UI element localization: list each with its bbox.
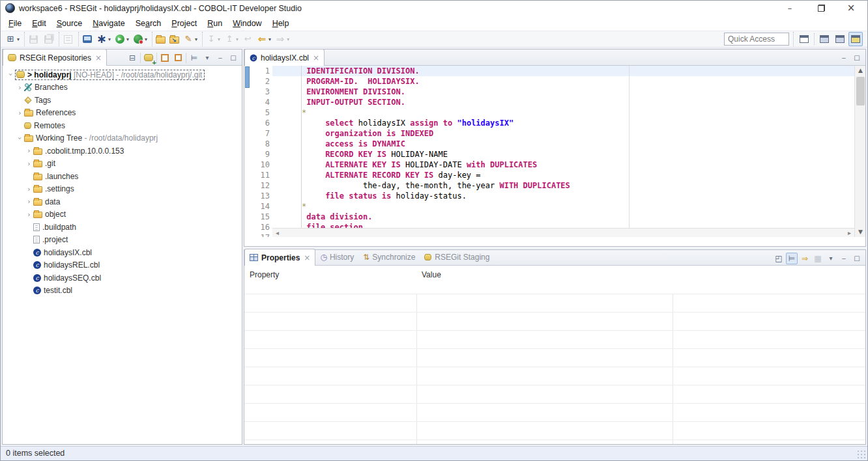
tree-item--project[interactable]: .project — [3, 234, 242, 247]
vertical-scroll-thumb[interactable] — [856, 77, 865, 105]
tab-history[interactable]: ◷History — [315, 249, 358, 265]
scroll-up-arrow[interactable]: ▲ — [855, 66, 865, 76]
forward-history-button[interactable]: ⇒▾ — [274, 32, 291, 46]
properties-table[interactable]: Property Value — [244, 266, 865, 444]
open-copybook-button[interactable] — [168, 32, 181, 46]
create-repository-icon[interactable] — [172, 52, 184, 64]
view-menu-icon[interactable]: ▾ — [201, 52, 213, 64]
coverage-button[interactable]: ▾ — [132, 32, 149, 46]
expander-icon[interactable]: › — [25, 147, 33, 155]
open-console-button[interactable] — [81, 32, 94, 46]
window-minimize-button[interactable]: – — [775, 1, 805, 16]
resize-grip[interactable] — [857, 450, 866, 459]
window-close-button[interactable]: × — [836, 1, 866, 16]
repositories-tree[interactable]: ›> holidayprj [NO-HEAD] - /root/data/hol… — [3, 66, 242, 444]
menu-file[interactable]: File — [3, 16, 27, 31]
close-tab-icon[interactable]: × — [313, 54, 319, 62]
close-tab-icon[interactable]: × — [95, 54, 102, 62]
tree-item-tags[interactable]: Tags — [3, 94, 242, 107]
last-edit-location-button[interactable]: ↩ — [241, 32, 254, 46]
scroll-down-arrow[interactable]: ▼ — [855, 227, 865, 237]
expander-icon[interactable]: › — [25, 210, 33, 219]
dropdown-arrow-icon[interactable]: ▾ — [218, 36, 220, 42]
quick-access-input[interactable] — [724, 33, 789, 46]
dropdown-arrow-icon[interactable]: ▾ — [108, 36, 111, 42]
tab-synchronize[interactable]: ⇅Synchronize — [358, 249, 420, 265]
pin-view-icon[interactable]: ◰ — [773, 253, 785, 264]
format-source-button[interactable]: ✎▾ — [182, 32, 199, 46]
tree-item-holidaysix-cbl[interactable]: cholidaysIX.cbl — [3, 246, 242, 259]
tree-item-branches[interactable]: ›Branches — [3, 81, 242, 94]
tree-item--cobolit-tmp-10-0-0-153[interactable]: ›.cobolit.tmp.10.0.0.153 — [3, 145, 242, 158]
dropdown-arrow-icon[interactable]: ▾ — [126, 36, 129, 42]
menu-source[interactable]: Source — [51, 16, 88, 31]
dropdown-arrow-icon[interactable]: ▾ — [195, 36, 197, 42]
perspective-rsegit-button[interactable] — [848, 32, 863, 46]
menu-help[interactable]: Help — [267, 16, 295, 31]
clone-repository-icon[interactable] — [159, 52, 171, 64]
save-all-button[interactable] — [42, 32, 55, 46]
open-perspective-button[interactable] — [797, 32, 811, 46]
tree-item-testit-cbl[interactable]: ctestit.cbl — [3, 285, 242, 298]
line-number-ruler[interactable]: 1234567891011121314151617 — [250, 66, 272, 237]
view-menu-icon[interactable]: ▾ — [825, 253, 837, 264]
dropdown-arrow-icon[interactable]: ▾ — [268, 36, 271, 42]
menu-project[interactable]: Project — [166, 16, 202, 31]
dropdown-arrow-icon[interactable]: ▾ — [17, 36, 20, 42]
dropdown-arrow-icon[interactable]: ▾ — [236, 36, 239, 42]
tree-item-holidayprj[interactable]: ›> holidayprj [NO-HEAD] - /root/data/hol… — [3, 68, 242, 81]
horizontal-scrollbar[interactable]: ◂ ▸ — [272, 228, 854, 237]
expander-icon[interactable]: › — [7, 70, 15, 79]
maximize-icon[interactable]: □ — [227, 52, 239, 64]
tab-properties[interactable]: Properties× — [244, 249, 315, 266]
menu-search[interactable]: Search — [130, 16, 167, 31]
tree-item-holidaysseq-cbl[interactable]: cholidaysSEQ.cbl — [3, 272, 242, 285]
expander-icon[interactable]: › — [25, 197, 33, 206]
menu-run[interactable]: Run — [202, 16, 227, 31]
tab-holidaysix-editor[interactable]: c holidaysIX.cbl × — [244, 49, 325, 66]
tree-item--launches[interactable]: .launches — [3, 170, 242, 183]
back-history-button[interactable]: ⇐▾ — [255, 32, 272, 46]
expander-icon[interactable]: › — [25, 160, 33, 168]
tree-item-references[interactable]: ›References — [3, 107, 242, 120]
tree-item-working-tree[interactable]: ›Working Tree - /root/data/holidayprj — [3, 132, 242, 145]
expander-icon[interactable]: › — [16, 134, 24, 143]
debug-button[interactable]: ∗▾ — [95, 32, 112, 46]
menu-edit[interactable]: Edit — [27, 16, 51, 31]
new-wizard-button[interactable]: ⊞▾ — [4, 32, 21, 46]
add-repository-icon[interactable] — [143, 52, 154, 64]
expander-icon[interactable]: › — [25, 185, 33, 193]
run-button[interactable]: ▾ — [113, 32, 130, 46]
tree-item--settings[interactable]: ›.settings — [3, 183, 242, 196]
minimize-view-icon[interactable]: ‒ — [838, 52, 850, 64]
next-annotation-button[interactable]: ↧▾ — [205, 32, 222, 46]
tree-item-holidaysrel-cbl[interactable]: cholidaysREL.cbl — [3, 259, 242, 272]
perspective-cobol-button[interactable] — [817, 32, 832, 46]
scroll-left-arrow[interactable]: ◂ — [272, 229, 282, 237]
tree-item-object[interactable]: ›object — [3, 208, 242, 221]
tab-rsegit-staging[interactable]: RSEGit Staging — [420, 249, 494, 265]
maximize-icon[interactable]: □ — [851, 253, 863, 264]
expander-icon[interactable]: › — [16, 109, 24, 117]
code-editor[interactable]: 1234567891011121314151617 IDENTIFICATION… — [244, 66, 865, 237]
minimize-icon[interactable]: ‒ — [838, 253, 850, 264]
annotation-ruler[interactable] — [244, 66, 250, 237]
window-restore-button[interactable] — [806, 1, 836, 16]
tab-rsegit-repositories[interactable]: RSEGit Repositories × — [3, 49, 107, 66]
menu-navigate[interactable]: Navigate — [87, 16, 130, 31]
previous-annotation-button[interactable]: ↥▾ — [223, 32, 240, 46]
open-cobol-program-button[interactable] — [154, 32, 167, 46]
tree-item--git[interactable]: ›.git — [3, 158, 242, 171]
collapse-all-icon[interactable]: ⊟ — [126, 52, 138, 64]
vertical-scrollbar[interactable]: ▲ ▼ — [854, 66, 865, 237]
menu-window[interactable]: Window — [227, 16, 267, 31]
build-button[interactable] — [61, 32, 75, 46]
tree-mode-icon[interactable]: ⊨ — [786, 253, 798, 264]
tree-item-remotes[interactable]: Remotes — [3, 119, 242, 132]
expander-icon[interactable]: › — [16, 83, 24, 92]
minimize-icon[interactable]: ‒ — [214, 52, 226, 64]
dropdown-arrow-icon[interactable]: ▾ — [145, 36, 147, 42]
perspective-debug-button[interactable] — [833, 32, 847, 46]
maximize-view-icon[interactable]: □ — [851, 52, 863, 64]
column-header-property[interactable]: Property — [250, 270, 279, 279]
